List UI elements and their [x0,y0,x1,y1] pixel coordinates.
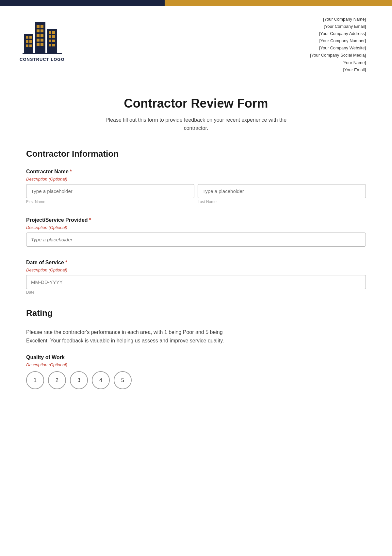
svg-rect-11 [41,29,43,32]
first-name-col: First Name [26,184,194,204]
quality-of-work-description: Description (Optional) [26,362,366,367]
first-name-input[interactable] [26,184,194,198]
svg-rect-6 [29,44,32,47]
date-input[interactable] [26,275,366,289]
svg-rect-2 [29,36,32,39]
required-star: * [70,169,72,175]
svg-rect-8 [37,25,40,28]
svg-rect-24 [52,40,55,42]
svg-rect-4 [29,40,32,43]
svg-rect-26 [52,44,55,46]
project-service-field-group: Project/Service Provided * Description (… [26,217,366,247]
date-of-service-field-group: Date of Service * Description (Optional)… [26,260,366,295]
svg-rect-25 [49,44,51,46]
project-service-label: Project/Service Provided * [26,217,366,223]
svg-rect-3 [26,40,28,43]
logo-text: CONSTRUCT LOGO [20,57,65,62]
quality-of-work-label: Quality of Work [26,355,366,360]
rating-description: Please rate the contractor's performance… [26,328,366,345]
rating-btn-2[interactable]: 2 [48,371,66,389]
svg-rect-7 [35,22,45,53]
company-email: [Your Company Email] [310,23,366,30]
name-row: First Name Last Name [26,184,366,204]
contractor-name-label: Contractor Name * [26,169,366,175]
svg-rect-9 [41,25,43,28]
date-of-service-label: Date of Service * [26,260,366,266]
svg-rect-18 [47,29,57,53]
project-service-description: Description (Optional) [26,225,366,230]
form-description: Please fill out this form to provide fee… [26,116,366,132]
rating-buttons: 1 2 3 4 5 [26,371,366,389]
your-email: [Your Email] [310,66,366,74]
svg-rect-21 [49,35,51,38]
rating-btn-4[interactable]: 4 [92,371,110,389]
company-name: [Your Company Name] [310,16,366,23]
date-required-star: * [65,260,67,266]
svg-rect-22 [52,35,55,38]
quality-of-work-field-group: Quality of Work Description (Optional) 1… [26,355,366,389]
last-name-col: Last Name [198,184,366,204]
last-name-sublabel: Last Name [198,200,366,204]
main-content: Contractor Review Form Please fill out t… [0,80,392,422]
svg-rect-27 [23,53,62,54]
svg-rect-10 [37,29,40,32]
company-website: [Your Company Website] [310,44,366,52]
rating-btn-3[interactable]: 3 [70,371,88,389]
rating-btn-5[interactable]: 5 [114,371,132,389]
svg-rect-19 [49,31,51,34]
svg-rect-23 [49,40,51,42]
svg-rect-14 [37,39,40,42]
first-name-sublabel: First Name [26,200,194,204]
top-bar-dark [0,0,165,6]
top-bar-gold [165,0,392,6]
svg-rect-15 [41,39,43,42]
contractor-name-field-group: Contractor Name * Description (Optional)… [26,169,366,204]
company-address: [Your Company Address] [310,30,366,37]
logo-icon [23,16,62,55]
rating-section-title: Rating [26,308,366,318]
your-name: [Your Name] [310,59,366,66]
svg-rect-13 [41,34,43,37]
project-service-required-star: * [89,217,91,223]
date-description: Description (Optional) [26,268,366,272]
svg-rect-16 [37,43,40,46]
rating-btn-1[interactable]: 1 [26,371,44,389]
company-info: [Your Company Name] [Your Company Email]… [310,16,366,74]
logo-section: CONSTRUCT LOGO [20,16,65,62]
contractor-name-description: Description (Optional) [26,177,366,182]
svg-rect-1 [26,36,28,39]
svg-rect-20 [52,31,55,34]
form-title: Contractor Review Form [26,96,366,111]
company-number: [Your Company Number] [310,37,366,44]
svg-rect-17 [41,43,43,46]
date-sublabel: Date [26,290,34,295]
last-name-input[interactable] [198,184,366,198]
contractor-info-section-title: Contractor Information [26,149,366,159]
company-social: [Your Company Social Media] [310,52,366,59]
project-service-input[interactable] [26,233,366,247]
svg-rect-5 [26,44,28,47]
header: CONSTRUCT LOGO [Your Company Name] [Your… [0,6,392,80]
svg-rect-12 [37,34,40,37]
top-color-bars [0,0,392,6]
